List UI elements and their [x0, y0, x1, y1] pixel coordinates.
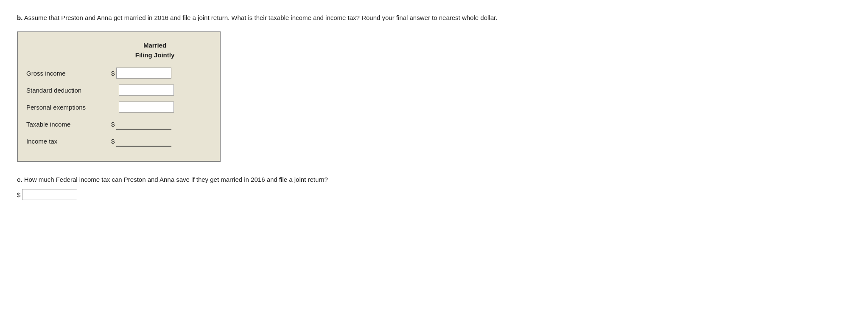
- gross-income-dollar: $: [111, 70, 115, 77]
- income-tax-input[interactable]: [116, 136, 171, 147]
- question-c-input-group: $: [17, 189, 851, 200]
- taxable-income-input[interactable]: [116, 119, 171, 130]
- question-b-text: b. Assume that Preston and Anna get marr…: [17, 13, 851, 23]
- column-header-line2: Filing Jointly: [103, 51, 207, 60]
- personal-exemptions-input[interactable]: [119, 102, 174, 113]
- question-c-label: c.: [17, 176, 22, 183]
- standard-deduction-label: Standard deduction: [26, 87, 111, 94]
- income-tax-input-group: $: [111, 136, 171, 147]
- taxable-income-input-group: $: [111, 119, 171, 130]
- income-tax-row: Income tax $: [26, 136, 207, 147]
- question-b: b. Assume that Preston and Anna get marr…: [17, 13, 851, 162]
- table-header: Married Filing Jointly: [26, 41, 207, 60]
- question-c-text: c. How much Federal income tax can Prest…: [17, 175, 851, 185]
- income-tax-label: Income tax: [26, 138, 111, 145]
- personal-exemptions-label: Personal exemptions: [26, 104, 111, 111]
- taxable-income-label: Taxable income: [26, 121, 111, 128]
- standard-deduction-input-group: [111, 85, 174, 96]
- column-header-line1: Married: [103, 41, 207, 51]
- gross-income-label: Gross income: [26, 70, 111, 77]
- question-c: c. How much Federal income tax can Prest…: [17, 175, 851, 200]
- income-tax-dollar: $: [111, 138, 115, 145]
- standard-deduction-row: Standard deduction: [26, 85, 207, 96]
- personal-exemptions-input-group: [111, 102, 174, 113]
- question-c-input[interactable]: [22, 189, 77, 200]
- taxable-income-row: Taxable income $: [26, 119, 207, 130]
- question-b-label: b.: [17, 14, 22, 21]
- personal-exemptions-row: Personal exemptions: [26, 102, 207, 113]
- gross-income-input-group: $: [111, 68, 171, 79]
- taxable-income-dollar: $: [111, 121, 115, 128]
- gross-income-input[interactable]: [116, 68, 171, 79]
- gross-income-row: Gross income $: [26, 68, 207, 79]
- question-c-dollar: $: [17, 191, 20, 198]
- standard-deduction-input[interactable]: [119, 85, 174, 96]
- tax-table: Married Filing Jointly Gross income $ St…: [17, 31, 221, 162]
